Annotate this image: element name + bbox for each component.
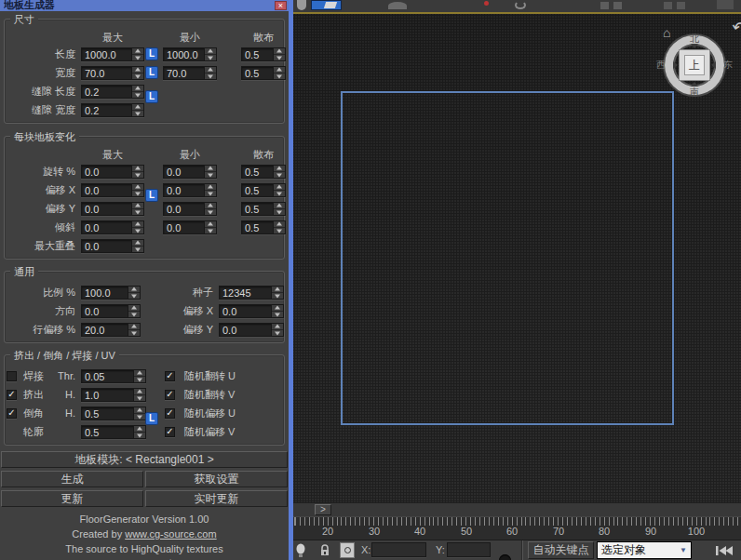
dropdown-arrow-icon[interactable]: ▼ bbox=[680, 546, 687, 554]
offset-y-max-field[interactable]: 0.0 bbox=[81, 202, 144, 216]
spinner-down-icon[interactable] bbox=[205, 55, 216, 60]
toolbar-icon-fragment[interactable] bbox=[664, 2, 672, 9]
seed-field[interactable]: 12345 bbox=[219, 286, 284, 300]
tilt-min-field[interactable]: 0.0 bbox=[163, 220, 217, 234]
spinner[interactable] bbox=[273, 184, 285, 196]
max-overlap-field[interactable]: 0.0 bbox=[81, 239, 144, 253]
extrude-checkbox[interactable]: ✓ bbox=[7, 390, 17, 400]
perspective-viewport[interactable]: 上 北 南 西 东 ⌂ ↶ bbox=[293, 14, 741, 502]
spinner-down-icon[interactable] bbox=[272, 330, 283, 336]
spinner-down-icon[interactable] bbox=[274, 209, 285, 215]
scale-field[interactable]: 100.0 bbox=[81, 286, 141, 300]
trackbar-expand-button[interactable]: > bbox=[315, 504, 331, 515]
cg-source-link[interactable]: www.cg-source.com bbox=[125, 528, 216, 540]
width-scatter-field[interactable]: 0.5 bbox=[241, 66, 286, 80]
spinner[interactable] bbox=[271, 324, 283, 336]
spinner-up-icon[interactable] bbox=[132, 86, 143, 92]
spinner-up-icon[interactable] bbox=[205, 48, 216, 55]
transform-typein-icon[interactable] bbox=[340, 542, 355, 558]
spinner-down-icon[interactable] bbox=[132, 92, 143, 98]
go-to-start-button[interactable] bbox=[710, 542, 738, 558]
viewcube-south-label[interactable]: 南 bbox=[690, 86, 699, 99]
viewcube[interactable]: 上 北 南 西 东 bbox=[665, 35, 724, 95]
offset-x-min-field[interactable]: 0.0 bbox=[163, 183, 217, 197]
track-bar[interactable]: 20 30 40 50 60 70 80 90 100 bbox=[293, 516, 741, 540]
spinner-up-icon[interactable] bbox=[128, 324, 140, 330]
uv-offset-x-field[interactable]: 0.0 bbox=[219, 304, 284, 318]
random-flip-u-checkbox[interactable]: ✓ bbox=[165, 371, 175, 381]
tilt-scatter-field[interactable]: 0.5 bbox=[241, 220, 286, 234]
viewcube-arrow-east-icon[interactable] bbox=[707, 61, 716, 69]
rotation-scatter-field[interactable]: 0.5 bbox=[241, 165, 286, 179]
update-button[interactable]: 更新 bbox=[1, 490, 143, 507]
spinner[interactable] bbox=[204, 166, 216, 178]
toolbar-icon-fragment[interactable] bbox=[515, 1, 526, 9]
spinner[interactable] bbox=[128, 324, 140, 336]
extrude-height-field[interactable]: 1.0 bbox=[81, 388, 146, 402]
spinner-up-icon[interactable] bbox=[272, 287, 283, 293]
get-settings-button[interactable]: 获取设置 bbox=[145, 471, 288, 487]
spinner[interactable] bbox=[273, 48, 285, 60]
spinner-down-icon[interactable] bbox=[272, 312, 283, 317]
offset-x-scatter-field[interactable]: 0.5 bbox=[241, 183, 286, 197]
time-slider-strip[interactable]: > bbox=[293, 502, 741, 516]
uv-offset-y-field[interactable]: 0.0 bbox=[219, 323, 284, 337]
spinner[interactable] bbox=[273, 203, 285, 215]
spinner-down-icon[interactable] bbox=[128, 293, 140, 299]
weld-threshold-field[interactable]: 0.05 bbox=[81, 369, 146, 383]
viewcube-arrow-west-icon[interactable] bbox=[673, 61, 681, 69]
spinner-up-icon[interactable] bbox=[205, 166, 216, 172]
spinner[interactable] bbox=[131, 67, 143, 79]
spinner[interactable] bbox=[131, 104, 143, 116]
spinner[interactable] bbox=[131, 240, 143, 252]
spinner-down-icon[interactable] bbox=[274, 228, 285, 233]
bevel-height-field[interactable]: 0.5 bbox=[81, 407, 146, 420]
spinner-up-icon[interactable] bbox=[132, 184, 143, 191]
selection-filter-dropdown[interactable]: 选定对象 ▼ bbox=[597, 541, 692, 559]
spinner-up-icon[interactable] bbox=[134, 407, 145, 414]
spinner-up-icon[interactable] bbox=[274, 67, 285, 73]
gap-width-field[interactable]: 0.2 bbox=[81, 103, 144, 117]
spinner[interactable] bbox=[133, 389, 145, 401]
toolbar-icon-fragment[interactable] bbox=[613, 2, 622, 9]
toolbar-icon-fragment[interactable] bbox=[484, 1, 489, 6]
length-max-field[interactable]: 1000.0 bbox=[81, 47, 144, 61]
spinner-up-icon[interactable] bbox=[128, 305, 140, 312]
spinner-up-icon[interactable] bbox=[274, 48, 285, 55]
toolbar-icon-fragment[interactable] bbox=[297, 0, 306, 10]
spinner[interactable] bbox=[131, 166, 143, 178]
spinner-down-icon[interactable] bbox=[132, 55, 143, 60]
spinner-down-icon[interactable] bbox=[205, 209, 216, 215]
spinner-down-icon[interactable] bbox=[274, 55, 285, 60]
spinner-up-icon[interactable] bbox=[272, 305, 283, 312]
width-max-field[interactable]: 70.0 bbox=[81, 66, 144, 80]
random-offset-v-checkbox[interactable]: ✓ bbox=[165, 427, 175, 437]
spinner[interactable] bbox=[131, 184, 143, 196]
spinner[interactable] bbox=[131, 221, 143, 233]
toolbar-icon-fragment[interactable] bbox=[324, 2, 337, 8]
bevel-checkbox[interactable]: ✓ bbox=[7, 408, 17, 419]
spinner[interactable] bbox=[204, 221, 216, 233]
spinner[interactable] bbox=[273, 166, 285, 178]
auto-key-button[interactable]: 自动关键点 bbox=[528, 541, 594, 559]
toolbar-icon-fragment[interactable] bbox=[717, 0, 734, 9]
spinner-up-icon[interactable] bbox=[134, 426, 145, 433]
spinner[interactable] bbox=[204, 48, 216, 60]
spinner[interactable] bbox=[131, 86, 143, 98]
spinner[interactable] bbox=[131, 203, 143, 215]
rotation-max-field[interactable]: 0.0 bbox=[81, 165, 144, 179]
spinner-down-icon[interactable] bbox=[205, 228, 216, 233]
spinner-down-icon[interactable] bbox=[128, 330, 140, 336]
viewcube-top-face[interactable]: 上 bbox=[679, 49, 710, 81]
orbit-arrow-icon[interactable]: ↶ bbox=[730, 17, 741, 40]
spinner[interactable] bbox=[133, 407, 145, 420]
link-length-button[interactable]: L bbox=[145, 47, 158, 60]
spinner-up-icon[interactable] bbox=[132, 48, 143, 55]
link-gap-button[interactable]: L bbox=[145, 90, 158, 103]
spinner-up-icon[interactable] bbox=[134, 389, 145, 395]
spinner[interactable] bbox=[204, 203, 216, 215]
spinner-up-icon[interactable] bbox=[205, 221, 216, 228]
close-icon[interactable]: × bbox=[275, 1, 287, 10]
spinner-down-icon[interactable] bbox=[274, 73, 285, 79]
spinner[interactable] bbox=[271, 305, 283, 317]
